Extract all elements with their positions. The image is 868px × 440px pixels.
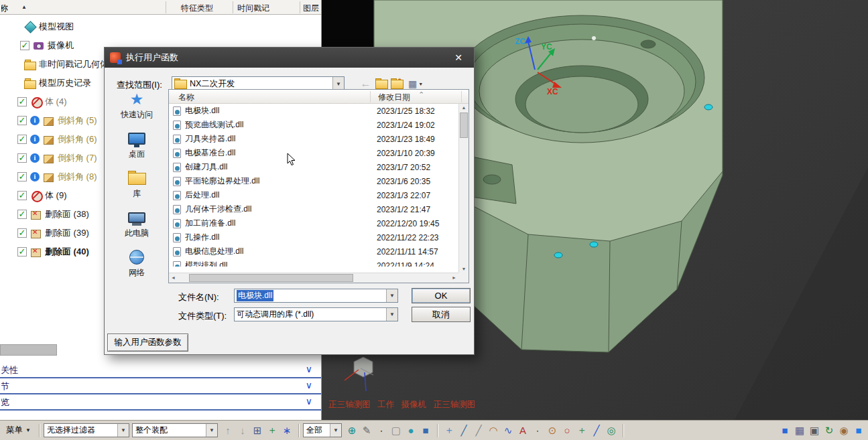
smart-point-icon[interactable]: ∗: [280, 423, 294, 438]
place-libraries[interactable]: 库: [110, 169, 164, 200]
chevron-up-icon[interactable]: ⌃: [418, 90, 424, 99]
sort-ascending-icon[interactable]: ▲: [21, 4, 27, 10]
checkbox-icon[interactable]: ✓: [17, 172, 27, 181]
line-gray-icon[interactable]: ╱: [471, 423, 486, 438]
ok-button[interactable]: OK: [412, 288, 471, 303]
horizontal-scrollbar[interactable]: [169, 273, 458, 283]
file-row[interactable]: 几何体干涉检查.dll2023/1/2 21:47: [169, 202, 460, 216]
text-icon[interactable]: A: [515, 423, 530, 438]
column-divider[interactable]: [370, 91, 371, 102]
section-header[interactable]: 预览∨: [0, 394, 322, 411]
chevron-down-icon[interactable]: ∨: [306, 364, 312, 374]
file-row[interactable]: 后处理.dll2023/1/3 22:07: [169, 188, 460, 202]
move-down-icon[interactable]: ↓: [235, 423, 250, 438]
checkbox-icon[interactable]: ✓: [17, 210, 27, 219]
file-row[interactable]: 刀具夹持器.dll2023/1/23 18:49: [169, 132, 460, 146]
slash-blue-icon[interactable]: ╱: [589, 423, 604, 438]
create-point-icon[interactable]: ＋: [265, 423, 280, 438]
point-dot-icon[interactable]: ∙: [530, 423, 545, 438]
scroll-left-icon[interactable]: [171, 275, 176, 280]
move-up-icon[interactable]: ↑: [221, 423, 235, 438]
cube-icon[interactable]: ■: [418, 423, 433, 438]
snap-scope-select[interactable]: 全部▼: [303, 423, 342, 437]
spline-icon[interactable]: ∿: [501, 423, 515, 438]
line-slash-icon[interactable]: ╱: [456, 423, 471, 438]
scroll-right-icon[interactable]: [452, 275, 456, 280]
column-feature-type[interactable]: 特征类型: [181, 3, 213, 14]
tree-horizontal-scrollbar-thumb[interactable]: [0, 344, 57, 356]
chevron-down-icon[interactable]: ∨: [306, 380, 312, 390]
file-row[interactable]: 模型排列.dll2022/11/9 14:24: [169, 259, 460, 267]
menu-button[interactable]: 菜单▼: [2, 423, 35, 437]
checkbox-icon[interactable]: ✓: [17, 135, 27, 144]
grid-snap-icon[interactable]: ⊞: [250, 423, 265, 438]
selection-scope-select[interactable]: 整个装配▼: [132, 423, 218, 437]
section-header[interactable]: 细节∨: [0, 378, 322, 394]
scroll-down-icon[interactable]: [459, 267, 469, 271]
chevron-down-icon[interactable]: ▼: [330, 424, 341, 437]
file-row[interactable]: 加工前准备.dll2022/12/20 19:45: [169, 216, 460, 230]
checkbox-icon[interactable]: ✓: [17, 247, 27, 256]
circle-icon[interactable]: ○: [560, 423, 574, 438]
shaded-view-icon[interactable]: ■: [778, 423, 792, 438]
dot-icon[interactable]: ∙: [374, 423, 389, 438]
vertical-scrollbar-thumb[interactable]: [460, 113, 468, 138]
column-timestamp[interactable]: 时间戳记: [237, 3, 269, 14]
file-row[interactable]: 预览曲线测试.dll2023/1/24 19:02: [169, 118, 460, 132]
dialog-titlebar[interactable]: 执行用户函数 ✕: [105, 48, 474, 68]
selection-rect-icon[interactable]: ▢: [389, 423, 404, 438]
refresh-icon[interactable]: ↻: [822, 423, 836, 438]
dll-file-icon: [173, 219, 181, 228]
file-name-input[interactable]: 电极块.dll ▼: [234, 289, 398, 303]
scroll-up-icon[interactable]: [459, 105, 469, 110]
column-layer[interactable]: 图层: [303, 3, 319, 14]
chevron-down-icon[interactable]: ▼: [117, 424, 129, 437]
arc-icon[interactable]: ◠: [486, 423, 501, 438]
window-icon[interactable]: ▣: [807, 423, 822, 438]
snap-target-icon[interactable]: ⊕: [345, 423, 359, 438]
target-icon[interactable]: ◎: [604, 423, 619, 438]
pan-cross-icon[interactable]: ＋: [442, 423, 456, 438]
close-icon[interactable]: ✕: [448, 50, 469, 66]
place-this-pc[interactable]: 此电脑: [110, 209, 164, 239]
selection-filter-select[interactable]: 无选择过滤器▼: [44, 423, 129, 437]
plus-icon[interactable]: ＋: [574, 423, 589, 438]
checkbox-icon[interactable]: ✓: [17, 153, 27, 163]
pencil-icon[interactable]: ✎: [359, 423, 374, 438]
file-row[interactable]: 孔操作.dll2022/11/22 22:23: [169, 230, 460, 244]
column-divider[interactable]: [461, 91, 462, 102]
chevron-down-icon[interactable]: ▼: [386, 308, 397, 321]
vertical-scrollbar[interactable]: [458, 104, 469, 273]
file-row[interactable]: 平面轮廓边界处理.dll2023/1/6 20:35: [169, 174, 460, 188]
enter-user-function-params-button[interactable]: 输入用户函数参数: [107, 334, 188, 352]
file-row[interactable]: 电极信息处理.dll2022/11/11 14:57: [169, 244, 460, 259]
place-network[interactable]: 网络: [110, 248, 164, 279]
file-row[interactable]: 电极块.dll2023/1/25 18:32: [169, 104, 460, 118]
checkbox-icon[interactable]: ✓: [17, 191, 27, 200]
checkbox-icon[interactable]: ✓: [20, 41, 29, 50]
section-header[interactable]: 相关性∨: [0, 362, 322, 378]
column-name[interactable]: 名称: [1, 3, 21, 14]
file-row[interactable]: 电极基准台.dll2023/1/10 20:39: [169, 146, 460, 160]
column-file-name[interactable]: 名称: [178, 92, 194, 103]
eye-icon[interactable]: ◉: [836, 423, 851, 438]
cancel-button[interactable]: 取消: [412, 307, 471, 322]
file-type-select[interactable]: 可动态调用的库 (*.dll) ▼: [234, 307, 398, 321]
chevron-down-icon[interactable]: ∨: [306, 396, 312, 407]
blue-cube-icon[interactable]: ■: [851, 423, 866, 438]
grid-view-icon[interactable]: ▦: [792, 423, 807, 438]
sphere-icon[interactable]: ●: [404, 423, 418, 438]
chevron-down-icon[interactable]: ▼: [386, 289, 397, 302]
chevron-down-icon[interactable]: ▼: [332, 77, 344, 90]
horizontal-scrollbar-thumb[interactable]: [189, 274, 353, 282]
checkbox-icon[interactable]: ✓: [17, 97, 27, 106]
checkbox-icon[interactable]: ✓: [17, 228, 27, 238]
checkbox-icon[interactable]: ✓: [17, 116, 27, 125]
chevron-down-icon[interactable]: ▼: [206, 424, 217, 437]
place-quick-access[interactable]: 快速访问: [110, 90, 164, 121]
place-desktop[interactable]: 桌面: [110, 130, 164, 160]
circle-center-icon[interactable]: ⊙: [545, 423, 560, 438]
column-modified-date[interactable]: 修改日期: [378, 92, 410, 103]
file-row[interactable]: 创建刀具.dll2023/1/7 20:52: [169, 160, 460, 174]
tree-row[interactable]: 模型视图: [0, 17, 322, 36]
